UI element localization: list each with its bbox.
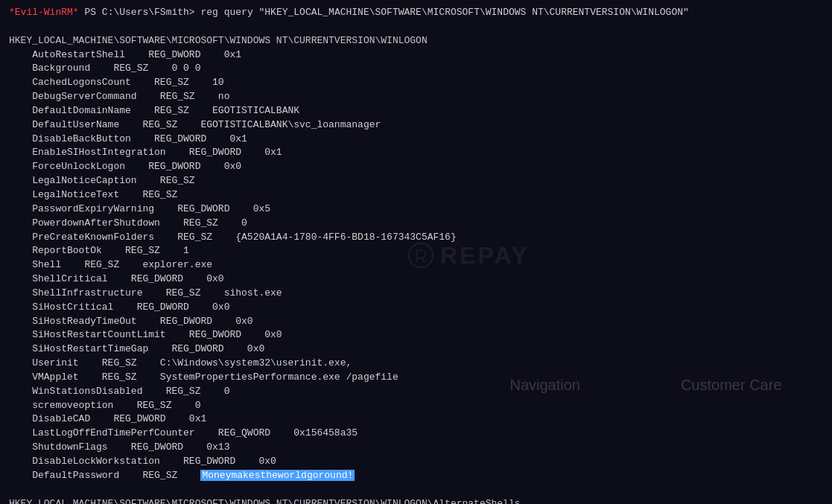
svg-point-0 [409,243,433,267]
reg-entry-sihostready: SiHostReadyTimeOut REG_DWORD 0x0 [9,315,823,329]
repay-icon [407,242,434,269]
reg-entry-userinit: Userinit REG_SZ C:\Windows\system32\user… [9,357,823,371]
ps-label: PS [79,7,102,18]
command-line: *Evil-WinRM* PS C:\Users\FSmith> reg que… [9,6,823,20]
password-value: Moneymakestheworldgoround! [200,470,355,481]
repay-watermark: REPAY [407,238,571,272]
command-text: reg query "HKEY_LOCAL_MACHINE\SOFTWARE\M… [195,7,689,18]
blank-line-2 [9,483,823,497]
reg-entry-scremove: scremoveoption REG_SZ 0 [9,399,823,413]
reg-entry-sihostrestartcount: SiHostRestartCountLimit REG_DWORD 0x0 [9,328,823,342]
navigation-label: Navigation [509,374,580,396]
subkey-alternate: HKEY_LOCAL_MACHINE\SOFTWARE\MICROSOFT\WI… [9,497,823,504]
reg-entry-defaultdomain: DefaultDomainName REG_SZ EGOTISTICALBANK [9,104,823,118]
bottom-labels: Navigation Customer Care [460,374,832,396]
reg-entry-powerdown: PowerdownAfterShutdown REG_SZ 0 [9,217,823,231]
reg-entry-defaultuser: DefaultUserName REG_SZ EGOTISTICALBANK\s… [9,118,823,133]
reg-entry-shellcritical: ShellCritical REG_DWORD 0x0 [9,272,823,287]
reg-entry-legalnoticetext: LegalNoticeText REG_SZ [9,188,823,202]
reg-entry-passwordexpiry: PasswordExpiryWarning REG_DWORD 0x5 [9,202,823,217]
terminal-window: *Evil-WinRM* PS C:\Users\FSmith> reg que… [0,0,832,504]
reg-entry-shutdownflags: ShutdownFlags REG_DWORD 0x13 [9,441,823,455]
reg-entry-disableback: DisableBackButton REG_DWORD 0x1 [9,133,823,147]
path: C:\Users\FSmith> [102,7,195,18]
repay-text-label: REPAY [440,238,530,272]
reg-entry-forceunlock: ForceUnlockLogon REG_DWORD 0x0 [9,160,823,174]
reg-entry-sihostcritical: SiHostCritical REG_DWORD 0x0 [9,301,823,315]
reg-entry-debugserver: DebugServerCommand REG_SZ no [9,90,823,104]
reg-key-header: HKEY_LOCAL_MACHINE\SOFTWARE\MICROSOFT\WI… [9,34,823,48]
customer-care-label: Customer Care [681,374,782,396]
reg-entry-disablecad: DisableCAD REG_DWORD 0x1 [9,412,823,427]
reg-entry-enablesi: EnableSIHostIntegration REG_DWORD 0x1 [9,146,823,160]
reg-entry-lastlogoff: LastLogOffEndTimePerfCounter REG_QWORD 0… [9,427,823,441]
reg-entry-autorestart: AutoRestartShell REG_DWORD 0x1 [9,48,823,63]
reg-entry-background: Background REG_SZ 0 0 0 [9,62,823,76]
reg-entry-shellinfra: ShellInfrastructure REG_SZ sihost.exe [9,287,823,301]
svg-line-2 [421,258,425,262]
reg-entry-cachedlogons: CachedLogonsCount REG_SZ 10 [9,76,823,90]
evil-winrm-prefix: *Evil-WinRM* [9,7,79,18]
blank-line-1 [9,20,823,34]
reg-entry-defaultpassword: DefaultPassword REG_SZ Moneymakestheworl… [9,469,823,483]
reg-entry-disablelock: DisableLockWorkstation REG_DWORD 0x0 [9,455,823,469]
reg-entry-legalnoticecaption: LegalNoticeCaption REG_SZ [9,174,823,188]
reg-entry-sihostrestarttime: SiHostRestartTimeGap REG_DWORD 0x0 [9,342,823,357]
